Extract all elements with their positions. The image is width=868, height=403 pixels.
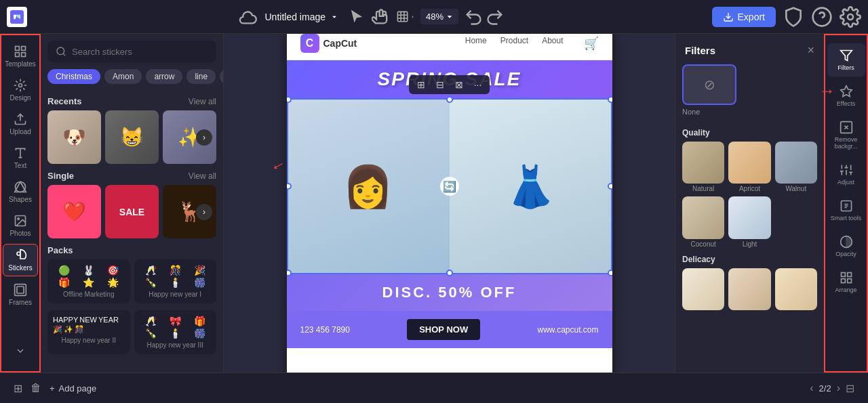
sticker-sale[interactable]: SALE — [105, 185, 159, 238]
filter-light[interactable]: Light — [728, 196, 770, 247]
view-all-single[interactable]: View all — [189, 171, 216, 181]
tag-circ[interactable]: circ — [220, 69, 223, 84]
cursor-tool[interactable] — [347, 7, 366, 26]
view-all-recents[interactable]: View all — [189, 97, 216, 106]
sticker-reindeer[interactable]: 🦌 › — [163, 185, 216, 238]
sidebar-item-text[interactable]: Text — [3, 142, 38, 173]
left-nav: Templates Design Upload Text Shapes Phot… — [0, 34, 41, 373]
capcut-nav-links: Home Product About 🛒 — [465, 36, 599, 51]
filter-none[interactable]: ⊘ — [682, 64, 736, 105]
zoom-label: 48% — [426, 12, 443, 22]
add-page-icon[interactable]: ⊞ — [14, 382, 22, 395]
coconut-thumb[interactable] — [682, 196, 724, 238]
spring-sale-text: SPRING SALE — [300, 68, 599, 90]
tag-christmas[interactable]: Christmas — [47, 69, 100, 84]
next-sticker[interactable]: › — [196, 129, 212, 146]
right-nav-smart-tools[interactable]: Smart tools — [827, 194, 865, 227]
right-nav-opacity[interactable]: Opacity — [827, 230, 865, 263]
prev-page-button[interactable]: ‹ — [810, 382, 813, 394]
undo-button[interactable] — [464, 7, 483, 26]
capcut-logo: C CapCut — [300, 34, 357, 53]
cloud-save-icon[interactable] — [238, 7, 257, 26]
sticker-cat[interactable]: 😸 — [105, 110, 159, 164]
pack-happy-new-year-3[interactable]: 🥂🎀🎁 🍾🕯️🎆 Happy new year III — [134, 310, 217, 354]
nav-label-photos: Photos — [9, 230, 31, 237]
settings-icon[interactable] — [840, 6, 861, 28]
svg-rect-33 — [847, 279, 851, 283]
zoom-control[interactable]: 48% — [420, 9, 458, 24]
sidebar-item-templates[interactable]: Templates — [3, 41, 38, 72]
top-bar-center: SPRING SALE Untitled image 48% — [37, 7, 705, 26]
filter-delicacy-3[interactable] — [775, 268, 817, 310]
next-single[interactable]: › — [196, 204, 212, 220]
frame-tool[interactable] — [396, 7, 415, 26]
expand-nav[interactable] — [3, 341, 38, 360]
tag-arrow[interactable]: arrow — [146, 69, 182, 84]
delicacy-thumb-1[interactable] — [682, 268, 724, 310]
sidebar-item-stickers[interactable]: Stickers — [3, 244, 38, 276]
export-button[interactable]: Export — [712, 7, 776, 27]
walnut-thumb[interactable] — [775, 142, 817, 184]
filter-walnut[interactable]: Walnut — [775, 142, 817, 192]
right-nav-filters[interactable]: Filters — [827, 43, 865, 77]
apricot-label: Apricot — [728, 185, 770, 192]
shield-icon[interactable] — [783, 6, 804, 28]
page-indicator: 2/2 — [819, 383, 831, 394]
save-layout-icon[interactable]: ⊟ — [846, 382, 854, 395]
sidebar-item-design[interactable]: Design — [3, 75, 38, 106]
right-nav-effects[interactable]: Effects — [827, 79, 865, 112]
close-filters-button[interactable]: × — [807, 43, 814, 58]
product-image[interactable]: 👗 — [450, 98, 612, 274]
sticker-dog[interactable]: 🐶 — [47, 110, 101, 164]
filters-header: Filters × — [675, 34, 824, 64]
redo-button[interactable] — [486, 7, 505, 26]
sidebar-item-shapes[interactable]: Shapes — [3, 176, 38, 207]
next-page-button[interactable]: › — [837, 382, 840, 394]
svg-marker-17 — [840, 51, 852, 61]
single-header: Single View all — [47, 171, 216, 181]
right-nav-adjust[interactable]: Adjust — [827, 158, 865, 191]
more-packs: HAPPYNEWYEAR 🎉✨🎊 Happy new year II 🥂🎀🎁 🍾… — [47, 310, 216, 354]
apricot-thumb[interactable] — [728, 142, 770, 184]
right-nav-label-opacity: Opacity — [835, 251, 856, 257]
delete-page-icon[interactable]: 🗑 — [31, 382, 41, 394]
sticker-heart[interactable]: ❤️ — [47, 185, 101, 238]
discount-banner: DISC. 50% OFF — [287, 274, 612, 311]
hand-tool[interactable] — [372, 7, 391, 26]
right-nav-remove-bg[interactable]: Remove backgr... — [827, 115, 865, 155]
sidebar-item-photos[interactable]: Photos — [3, 210, 38, 241]
right-nav-arrange[interactable]: Arrange — [827, 266, 865, 299]
delicacy-thumb-2[interactable] — [728, 268, 770, 310]
help-icon[interactable] — [811, 6, 833, 28]
natural-thumb[interactable] — [682, 142, 724, 184]
undo-redo — [464, 7, 505, 26]
pack-offline-marketing[interactable]: 🟢🐰🎯 🎁⭐🌟 Offline Marketing — [47, 259, 130, 303]
cart-icon: 🛒 — [584, 36, 599, 51]
shop-now-button[interactable]: SHOP NOW — [407, 319, 480, 340]
sidebar-item-upload[interactable]: Upload — [3, 108, 38, 140]
svg-marker-18 — [840, 86, 852, 97]
add-page-button[interactable]: + Add page — [50, 383, 96, 394]
filter-coconut[interactable]: Coconut — [682, 196, 724, 247]
pack-label-1: Offline Marketing — [53, 291, 125, 298]
pack-happy-new-year[interactable]: 🥂🎊🎉 🍾🕯️🎆 Happy new year I — [134, 259, 217, 303]
svg-rect-7 — [22, 53, 26, 57]
delicacy-thumb-3[interactable] — [775, 268, 817, 310]
filter-natural[interactable]: Natural — [682, 142, 724, 192]
filter-delicacy-2[interactable] — [728, 268, 770, 310]
sidebar-item-frames[interactable]: Frames — [3, 279, 38, 310]
light-thumb[interactable] — [728, 196, 770, 238]
sticker-sparkle[interactable]: ✨ › — [163, 110, 216, 164]
document-name[interactable]: SPRING SALE Untitled image — [265, 12, 340, 22]
tag-line[interactable]: line — [186, 69, 216, 84]
model-image[interactable]: 👩 — [287, 98, 450, 274]
pack-happy-new-year-2[interactable]: HAPPYNEWYEAR 🎉✨🎊 Happy new year II — [47, 310, 130, 354]
right-nav-label-arrange: Arrange — [835, 287, 856, 293]
tag-amon[interactable]: Amon — [104, 69, 142, 84]
search-box[interactable] — [47, 41, 216, 62]
filter-delicacy-1[interactable] — [682, 268, 724, 310]
search-input[interactable] — [72, 47, 208, 57]
more-packs-grid: HAPPYNEWYEAR 🎉✨🎊 Happy new year II 🥂🎀🎁 🍾… — [47, 310, 216, 354]
toolbar-icons — [238, 7, 257, 26]
filter-apricot[interactable]: Apricot — [728, 142, 770, 192]
